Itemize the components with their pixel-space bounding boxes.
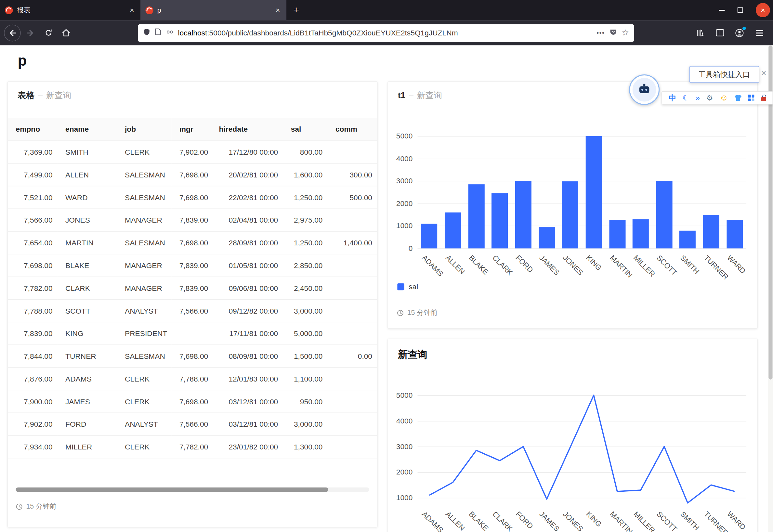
xlabel: JONES bbox=[561, 253, 585, 277]
bar-MARTIN bbox=[609, 220, 625, 248]
shield-icon[interactable] bbox=[143, 28, 151, 38]
toolbox-tooltip-close-icon[interactable]: × bbox=[761, 68, 766, 78]
ytick: 3000 bbox=[388, 176, 413, 186]
grid-icon[interactable] bbox=[748, 95, 754, 101]
bar-WARD bbox=[727, 220, 743, 248]
table-cell: WARD bbox=[58, 186, 117, 209]
bookmark-star-icon[interactable]: ☆ bbox=[622, 28, 629, 38]
library-icon[interactable] bbox=[692, 25, 708, 41]
chinese-input-icon[interactable]: 中 bbox=[669, 94, 676, 102]
table-cell bbox=[328, 140, 377, 163]
table-cell: 7,934.00 bbox=[8, 435, 57, 458]
table-cell: 7,876.00 bbox=[8, 367, 57, 390]
tab-close-icon[interactable]: × bbox=[129, 6, 135, 14]
table-row: 7,521.00WARDSALESMAN7,698.0022/02/81 00:… bbox=[8, 186, 377, 209]
url-text[interactable]: localhost:5000/public/dashboards/LidB1tT… bbox=[178, 29, 592, 37]
gridline bbox=[418, 159, 747, 159]
table-cell: 23/01/82 00:00 bbox=[211, 435, 283, 458]
table-cell: 28/09/81 00:00 bbox=[211, 231, 283, 254]
page-actions-icon[interactable]: ••• bbox=[596, 29, 605, 36]
table-cell: 1,250.00 bbox=[283, 186, 327, 209]
wrench-icon[interactable]: ⚙ bbox=[706, 94, 713, 102]
browser-window: 报表 × p × + × bbox=[0, 0, 773, 532]
column-header[interactable]: ename bbox=[58, 118, 117, 140]
url-bar[interactable]: localhost:5000/public/dashboards/LidB1tT… bbox=[138, 24, 634, 42]
table-cell: 17/11/81 00:00 bbox=[211, 322, 283, 344]
table-cell: 1,250.00 bbox=[283, 231, 327, 254]
toolbar-right-icons bbox=[692, 25, 767, 41]
table-cell: MANAGER bbox=[117, 209, 172, 231]
menu-icon[interactable] bbox=[751, 25, 767, 41]
forward-button[interactable] bbox=[23, 25, 39, 41]
table-cell: PRESIDENT bbox=[117, 322, 172, 344]
table-cell: 09/06/81 00:00 bbox=[211, 277, 283, 299]
table-cell: SCOTT bbox=[58, 299, 117, 322]
home-button[interactable] bbox=[58, 25, 74, 41]
browser-tab-bar: 报表 × p × + × bbox=[0, 0, 773, 20]
xlabel: SCOTT bbox=[655, 253, 679, 277]
column-header[interactable]: job bbox=[117, 118, 172, 140]
table-cell: MANAGER bbox=[117, 277, 172, 299]
bar-ALLEN bbox=[445, 213, 461, 249]
column-header[interactable]: sal bbox=[283, 118, 327, 140]
lock-icon[interactable] bbox=[761, 95, 766, 101]
column-header[interactable]: comm bbox=[328, 118, 377, 140]
table-cell: 7,566.00 bbox=[171, 299, 211, 322]
table-cell bbox=[328, 209, 377, 231]
bar-chart-widget-card: t1–新查询 010002000300040005000ADAMSALLENBL… bbox=[387, 81, 758, 329]
table-cell: 7,788.00 bbox=[8, 299, 57, 322]
dashboard-page: p 表格–新查询 empnoenamejobmgrhiredatesalcomm… bbox=[0, 45, 773, 532]
bar-JAMES bbox=[539, 227, 555, 249]
window-close-button[interactable]: × bbox=[756, 3, 770, 17]
shirt-icon[interactable] bbox=[735, 95, 741, 101]
report-favicon-icon bbox=[5, 6, 13, 14]
table-cell: 2,975.00 bbox=[283, 209, 327, 231]
sidebar-toggle-icon[interactable] bbox=[712, 25, 728, 41]
smiley-icon[interactable]: ☺ bbox=[720, 94, 728, 102]
xlabel: JAMES bbox=[538, 253, 561, 277]
tab-report[interactable]: 报表 × bbox=[0, 0, 140, 20]
table-cell bbox=[171, 322, 211, 344]
window-maximize-button[interactable] bbox=[738, 7, 743, 13]
table-cell: CLERK bbox=[117, 390, 172, 413]
table-cell: 3,000.00 bbox=[283, 412, 327, 435]
column-header[interactable]: hiredate bbox=[211, 118, 283, 140]
back-button[interactable] bbox=[4, 24, 21, 41]
voice-icon[interactable]: » bbox=[696, 94, 700, 102]
table-cell: 01/05/81 00:00 bbox=[211, 254, 283, 277]
table-horizontal-scrollbar-thumb[interactable] bbox=[16, 487, 329, 492]
ytick: 2000 bbox=[388, 199, 413, 208]
tab-close-icon[interactable]: × bbox=[275, 6, 281, 14]
table-cell bbox=[328, 322, 377, 344]
bar-MILLER bbox=[633, 219, 649, 248]
window-controls: × bbox=[719, 0, 773, 20]
table-horizontal-scrollbar bbox=[16, 487, 369, 492]
column-header[interactable]: empno bbox=[8, 118, 57, 140]
page-info-icon[interactable] bbox=[155, 28, 161, 37]
moon-icon[interactable]: ☾ bbox=[683, 94, 689, 102]
column-header[interactable]: mgr bbox=[171, 118, 211, 140]
reload-button[interactable] bbox=[40, 25, 56, 41]
table-cell: ANALYST bbox=[117, 412, 172, 435]
toolbox-iconbar: 中 ☾ » ⚙ ☺ bbox=[662, 91, 773, 105]
table-row: 7,844.00TURNERSALESMAN7,698.0008/09/81 0… bbox=[8, 344, 377, 367]
table-cell: 7,521.00 bbox=[8, 186, 57, 209]
permissions-icon[interactable] bbox=[166, 28, 174, 37]
table-cell: 7,839.00 bbox=[171, 209, 211, 231]
table-row: 7,566.00JONESMANAGER7,839.0002/04/81 00:… bbox=[8, 209, 377, 231]
table-cell: 08/09/81 00:00 bbox=[211, 344, 283, 367]
new-tab-button[interactable]: + bbox=[286, 0, 306, 20]
tab-p[interactable]: p × bbox=[140, 0, 286, 20]
window-minimize-button[interactable] bbox=[719, 10, 725, 11]
assistant-avatar[interactable] bbox=[629, 74, 660, 105]
table-cell: 500.00 bbox=[328, 186, 377, 209]
legend-swatch bbox=[397, 283, 404, 290]
account-icon[interactable] bbox=[732, 25, 748, 41]
legend-item-sal[interactable]: sal bbox=[397, 282, 418, 291]
table-cell: 7,782.00 bbox=[8, 277, 57, 299]
table-cell: 3,000.00 bbox=[283, 299, 327, 322]
tab-title: 报表 bbox=[17, 6, 125, 14]
pocket-icon[interactable] bbox=[609, 28, 617, 38]
table-cell bbox=[328, 277, 377, 299]
table-cell: JAMES bbox=[58, 390, 117, 413]
